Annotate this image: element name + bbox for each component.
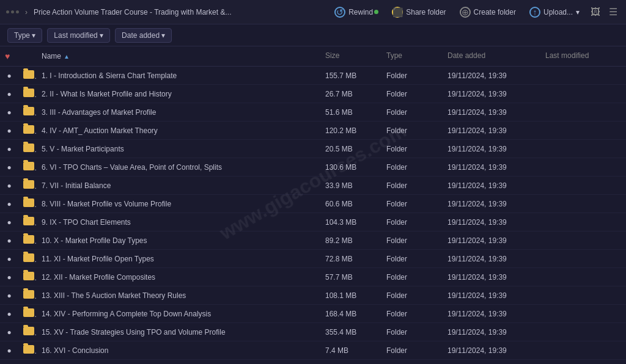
row-fav-dot: ●	[0, 271, 18, 284]
row-last-modified	[540, 330, 626, 335]
table-row[interactable]: ● 7. VII - Initial Balance 33.9 MB Folde…	[0, 177, 626, 195]
row-type: Folder	[381, 87, 443, 101]
table-row[interactable]: ● 15. XV - Trade Strategies Using TPO an…	[0, 323, 626, 341]
th-icon	[18, 50, 37, 62]
row-type: Folder	[381, 197, 443, 211]
row-last-modified	[540, 73, 626, 78]
row-size: 155.7 MB	[320, 69, 381, 82]
row-name: 2. II - What Is Market Profile and Histo…	[37, 87, 320, 101]
row-date-added: 19/11/2024, 19:39	[443, 179, 540, 192]
row-type: Folder	[381, 326, 443, 339]
table-row[interactable]: ● 9. IX - TPO Chart Elements 104.3 MB Fo…	[0, 213, 626, 231]
row-fav-dot: ●	[0, 106, 18, 119]
th-date-added[interactable]: Date added	[443, 50, 540, 62]
row-fav-dot: ●	[0, 216, 18, 229]
row-type: Folder	[381, 344, 443, 357]
row-last-modified	[540, 311, 626, 316]
table-row[interactable]: ● 13. XIII - The 5 Auction Market Theory…	[0, 286, 626, 305]
topbar-actions: ↺ Rewind ⬛ Share folder ⊕ Create folder …	[330, 4, 620, 20]
window-controls	[6, 10, 19, 13]
row-folder-icon	[18, 288, 37, 303]
topbar: › Price Action Volume Trader Course - Tr…	[0, 0, 626, 24]
row-folder-icon	[18, 141, 37, 156]
table-row[interactable]: ● 11. XI - Market Profile Open Types 72.…	[0, 250, 626, 268]
row-name: 11. XI - Market Profile Open Types	[37, 252, 320, 266]
table-header: ♥ Name ▲ Size Type Date added Last modif…	[0, 46, 626, 67]
row-type: Folder	[381, 216, 443, 229]
row-last-modified	[540, 220, 626, 225]
th-name[interactable]: Name ▲	[37, 50, 320, 62]
th-type[interactable]: Type	[381, 50, 443, 62]
row-size: 26.7 MB	[320, 87, 381, 101]
row-name: 8. VIII - Market Profile vs Volume Profi…	[37, 197, 320, 211]
row-name: 16. XVI - Conclusion	[37, 344, 320, 357]
row-type: Folder	[381, 124, 443, 137]
table-row[interactable]: ● 12. XII - Market Profile Composites 57…	[0, 268, 626, 286]
row-last-modified	[540, 238, 626, 243]
th-fav: ♥	[0, 50, 18, 62]
row-type: Folder	[381, 271, 443, 284]
row-last-modified	[540, 348, 626, 353]
row-folder-icon	[18, 178, 37, 193]
menu-button[interactable]: ☰	[606, 4, 620, 20]
row-name: 1. I - Introduction & Sierra Chart Templ…	[37, 69, 320, 82]
row-name: 12. XII - Market Profile Composites	[37, 271, 320, 284]
share-folder-button[interactable]: ⬛ Share folder	[387, 4, 451, 20]
last-modified-filter-button[interactable]: Last modified ▾	[47, 28, 110, 43]
row-date-added: 19/11/2024, 19:39	[443, 87, 540, 101]
table-row[interactable]: ● 4. IV - AMT_ Auction Market Theory 120…	[0, 122, 626, 140]
row-fav-dot: ●	[0, 289, 18, 302]
row-last-modified	[540, 293, 626, 298]
row-date-added: 19/11/2024, 19:39	[443, 124, 540, 137]
row-folder-icon	[18, 123, 37, 138]
row-fav-dot: ●	[0, 124, 18, 137]
table-row[interactable]: ● 14. XIV - Performing A Complete Top Do…	[0, 305, 626, 323]
rewind-button[interactable]: ↺ Rewind	[330, 4, 383, 20]
upload-button[interactable]: ↑ Upload... ▾	[525, 4, 584, 20]
row-fav-dot: ●	[0, 197, 18, 211]
row-type: Folder	[381, 69, 443, 82]
row-last-modified	[540, 165, 626, 170]
profile-icon-button[interactable]: 🖼	[588, 4, 603, 20]
filterbar: Type ▾ Last modified ▾ Date added ▾	[0, 24, 626, 46]
table-row[interactable]: ● 5. V - Market Participants 20.5 MB Fol…	[0, 140, 626, 158]
row-size: 51.6 MB	[320, 106, 381, 119]
table-row[interactable]: ● 3. III - Advantages of Market Profile …	[0, 103, 626, 122]
row-folder-icon	[18, 324, 37, 340]
row-size: 72.8 MB	[320, 252, 381, 266]
rewind-status-dot	[374, 10, 378, 14]
row-last-modified	[540, 92, 626, 96]
row-fav-dot: ●	[0, 344, 18, 357]
table-row[interactable]: ● 10. X - Market Profile Day Types 89.2 …	[0, 231, 626, 250]
row-date-added: 19/11/2024, 19:39	[443, 307, 540, 321]
row-date-added: 19/11/2024, 19:39	[443, 344, 540, 357]
row-last-modified	[540, 202, 626, 206]
row-name: 9. IX - TPO Chart Elements	[37, 216, 320, 229]
row-folder-icon	[18, 343, 37, 358]
table-row[interactable]: ● 8. VIII - Market Profile vs Volume Pro…	[0, 195, 626, 213]
th-size[interactable]: Size	[320, 50, 381, 62]
row-type: Folder	[381, 106, 443, 119]
row-name: 4. IV - AMT_ Auction Market Theory	[37, 124, 320, 137]
table-row[interactable]: ● 1. I - Introduction & Sierra Chart Tem…	[0, 67, 626, 85]
row-type: Folder	[381, 161, 443, 174]
th-last-modified[interactable]: Last modified	[540, 50, 626, 62]
upload-dropdown-arrow: ▾	[576, 8, 580, 16]
row-date-added: 19/11/2024, 19:39	[443, 216, 540, 229]
row-name: 7. VII - Initial Balance	[37, 179, 320, 192]
row-date-added: 19/11/2024, 19:39	[443, 252, 540, 266]
table-row[interactable]: ● 6. VI - TPO Charts – Value Area, Point…	[0, 158, 626, 177]
row-date-added: 19/11/2024, 19:39	[443, 197, 540, 211]
row-fav-dot: ●	[0, 307, 18, 321]
create-folder-button[interactable]: ⊕ Create folder	[455, 4, 521, 20]
row-size: 60.6 MB	[320, 197, 381, 211]
date-added-filter-button[interactable]: Date added ▾	[115, 28, 172, 43]
table-row[interactable]: ● 16. XVI - Conclusion 7.4 MB Folder 19/…	[0, 341, 626, 360]
row-last-modified	[540, 257, 626, 261]
table-row[interactable]: ● 2. II - What Is Market Profile and His…	[0, 85, 626, 103]
rewind-icon: ↺	[334, 7, 345, 18]
row-size: 130.6 MB	[320, 161, 381, 174]
row-type: Folder	[381, 234, 443, 247]
type-filter-button[interactable]: Type ▾	[7, 28, 42, 43]
row-type: Folder	[381, 179, 443, 192]
